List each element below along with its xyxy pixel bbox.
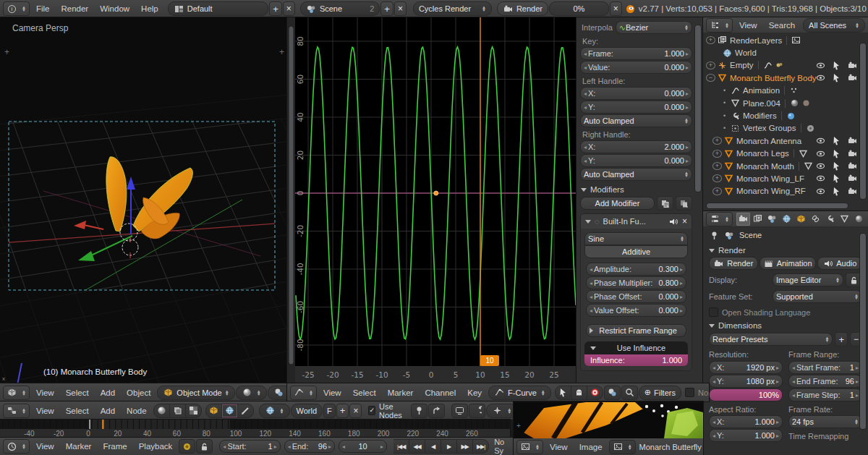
graph-mode-select[interactable]: F-Curve▲▼ xyxy=(488,386,551,400)
selectable-cursor-icon[interactable] xyxy=(831,136,842,146)
menu-item[interactable]: Window xyxy=(94,4,135,13)
outliner-item-monarch-legs[interactable]: +Monarch Legs xyxy=(703,148,868,160)
screen-layout-select[interactable]: Default xyxy=(168,1,269,16)
renderable-camera-icon[interactable] xyxy=(847,60,858,70)
filters-button[interactable]: ⊕Filters xyxy=(639,386,681,400)
add-scene-button[interactable]: + xyxy=(380,1,393,16)
outliner-item-monarch-wing-lf[interactable]: +Monarch Wing_LF xyxy=(703,172,868,184)
value-offset-field[interactable]: ◂Value Offset:0.000▸ xyxy=(586,304,686,317)
selectable-cursor-icon[interactable] xyxy=(831,60,842,70)
display-select[interactable]: Image Editor▲▼ xyxy=(773,273,843,286)
right-handle-type-select[interactable]: Auto Clamped▲▼ xyxy=(580,168,692,181)
expand-toggle-icon[interactable]: + xyxy=(706,36,715,44)
selectable-cursor-icon[interactable] xyxy=(831,73,842,83)
lineстyle-shader-icon[interactable] xyxy=(238,404,254,418)
phase-offset-field[interactable]: ◂Phase Offset:0.000▸ xyxy=(586,290,686,303)
menu-item[interactable]: Channel xyxy=(419,388,461,397)
selectable-cursor-icon[interactable] xyxy=(831,148,842,158)
tab-object[interactable] xyxy=(794,213,808,226)
expand-toggle-icon[interactable]: • xyxy=(720,113,728,119)
properties-scrollbar[interactable] xyxy=(859,233,867,430)
interpolation-select[interactable]: ∿Bezier▲▼ xyxy=(616,21,692,34)
menu-item[interactable]: Render xyxy=(55,4,94,13)
panel-scrollbar[interactable] xyxy=(694,25,702,192)
menu-item[interactable]: Frame xyxy=(97,442,132,451)
timeline-strip[interactable]: -40-200204060801001201401601802002202402… xyxy=(0,420,510,438)
visibility-eye-icon[interactable] xyxy=(815,148,826,158)
right-handle-y-field[interactable]: ◂Y:0.000▸ xyxy=(580,154,692,167)
amplitude-field[interactable]: ◂Amplitude:0.300▸ xyxy=(586,263,686,276)
graph-vscrollbar[interactable] xyxy=(289,26,294,365)
outliner-hscrollbar[interactable] xyxy=(706,203,848,209)
frame-rate-select[interactable]: 24 fps▲▼ xyxy=(788,415,862,428)
use-nodes-toggle[interactable]: ✓Use Nodes xyxy=(368,402,404,420)
restrict-frame-range-button[interactable]: Restrict Frame Range xyxy=(586,324,686,337)
expand-toggle-icon[interactable]: + xyxy=(712,150,722,158)
expand-toggle-icon[interactable]: • xyxy=(720,100,728,106)
outliner-item-renderlayers[interactable]: +RenderLayers xyxy=(703,34,868,46)
copy-modifier-icon[interactable] xyxy=(657,196,673,211)
tab-data[interactable] xyxy=(838,213,851,226)
current-frame-field[interactable]: ◂10▸ xyxy=(339,440,387,453)
outliner-item-monarch-mouth[interactable]: +Monarch Mouth xyxy=(703,160,868,172)
end-frame-field[interactable]: ◂End Frame:96▸ xyxy=(788,375,862,388)
normalize-toggle[interactable]: Normalize xyxy=(685,388,709,397)
modifiers-panel-header[interactable]: Modifiers xyxy=(581,185,692,194)
go-parent-node-icon[interactable] xyxy=(428,404,445,418)
proportional-edit-icon[interactable] xyxy=(604,386,621,400)
cancel-job-button[interactable]: × xyxy=(610,1,622,16)
transport-button[interactable]: ◀◀ xyxy=(409,439,425,454)
visibility-eye-icon[interactable] xyxy=(815,73,826,83)
world-shader-icon[interactable] xyxy=(222,404,238,418)
world-browse-select[interactable]: ▲▼ xyxy=(259,404,290,418)
blend-mode-button[interactable]: Additive xyxy=(584,245,688,258)
expand-toggle-icon[interactable]: • xyxy=(720,88,728,94)
menu-item[interactable]: Playback xyxy=(133,442,179,451)
cursor-tool-icon[interactable] xyxy=(555,386,571,400)
start-frame-field[interactable]: ◂Start:1▸ xyxy=(219,440,280,453)
renderable-camera-icon[interactable] xyxy=(847,73,858,83)
texture-nodes-icon[interactable] xyxy=(186,404,202,418)
outliner-item-empty[interactable]: +Empty xyxy=(703,59,868,72)
display-filter-select[interactable]: All Scenes▲▼ xyxy=(803,18,865,33)
renderable-camera-icon[interactable] xyxy=(847,161,858,171)
shader-nodes-icon[interactable] xyxy=(153,404,170,418)
tab-material[interactable] xyxy=(852,213,866,226)
editor-type-button[interactable]: ▲▼ xyxy=(706,18,733,33)
visibility-eye-icon[interactable] xyxy=(815,161,826,171)
selectable-cursor-icon[interactable] xyxy=(831,174,842,184)
scene-select[interactable]: Scene2 xyxy=(300,1,380,16)
tab-world[interactable] xyxy=(780,213,793,226)
render-presets-select[interactable]: Render Presets▲▼ xyxy=(709,333,833,346)
transport-button[interactable]: |◀◀ xyxy=(393,439,409,454)
menu-item[interactable]: Select xyxy=(60,407,95,415)
outliner-item-modifiers[interactable]: •Modifiers xyxy=(703,109,868,122)
visibility-eye-icon[interactable] xyxy=(815,186,826,196)
pin-node-tree-icon[interactable] xyxy=(411,404,427,418)
add-preset-button[interactable]: + xyxy=(835,332,848,346)
transport-button[interactable]: ▶▶ xyxy=(457,439,473,454)
key-value-field[interactable]: ◂Value:0.000▸ xyxy=(580,61,692,74)
frame-step-field[interactable]: ◂Frame Step:1▸ xyxy=(788,388,862,401)
menu-item[interactable]: Node xyxy=(121,407,153,415)
menu-item[interactable]: View xyxy=(30,407,60,415)
expand-toggle-icon[interactable]: + xyxy=(712,174,722,182)
influence-slider[interactable]: Influence:1.000 xyxy=(584,354,688,366)
new-world-button[interactable]: + xyxy=(336,404,349,418)
menu-item[interactable]: Key xyxy=(461,388,488,397)
menu-item[interactable]: View xyxy=(318,388,347,397)
fake-user-button[interactable]: F xyxy=(323,404,336,418)
outliner-item-monarch-butterfly-body[interactable]: −Monarch Butterfly Body xyxy=(703,72,868,84)
auto-keyframe-icon[interactable] xyxy=(179,439,195,454)
add-layout-button[interactable]: + xyxy=(269,1,282,16)
butterfly-model[interactable] xyxy=(106,157,193,239)
renderable-camera-icon[interactable] xyxy=(847,148,858,158)
key-frame-field[interactable]: ◂Frame:1.000▸ xyxy=(580,47,692,60)
outliner-item-animation[interactable]: •Animation xyxy=(703,85,868,97)
expand-toggle-icon[interactable]: + xyxy=(712,137,722,145)
expand-toggle-icon[interactable]: + xyxy=(706,61,715,69)
left-handle-type-select[interactable]: Auto Clamped▲▼ xyxy=(580,114,692,127)
tab-constraints[interactable] xyxy=(809,213,822,226)
lock-icon[interactable] xyxy=(196,439,213,454)
use-influence-toggle[interactable]: Use Influence xyxy=(584,341,688,354)
